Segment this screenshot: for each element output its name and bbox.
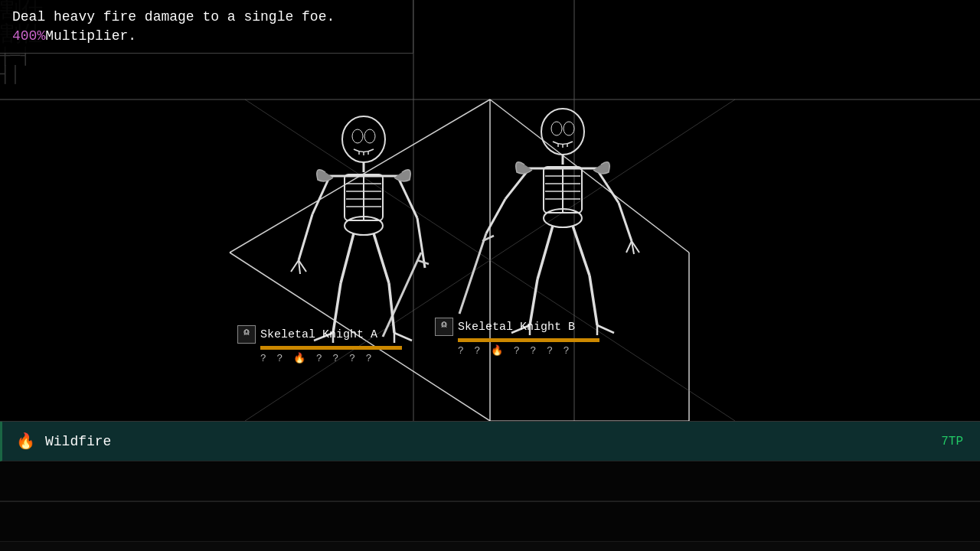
enemy-b-hp-bar (458, 338, 599, 342)
skill-description: Deal heavy fire damage to a single foe. (12, 8, 400, 27)
svg-point-45 (564, 122, 574, 135)
enemy-b-name: Skeletal Knight B (458, 321, 575, 334)
enemy-a-container: Skeletal Knight A ? ? 🔥 ? ? ? ? (237, 325, 402, 364)
svg-line-65 (626, 241, 632, 253)
multiplier-text: Multiplier. (45, 28, 136, 44)
bottom-panel: 🔥 Wildfire 7TP (0, 421, 980, 551)
skeleton-b (459, 109, 639, 335)
skill-1-cost: 7TP (941, 435, 963, 448)
skill-slot-3 (0, 502, 980, 542)
skill-1-icon: 🔥 (13, 429, 38, 454)
svg-line-26 (299, 214, 312, 260)
svg-line-57 (505, 170, 528, 199)
enemy-a-hp-fill (260, 346, 402, 350)
enemy-a-stats: ? ? 🔥 ? ? ? ? (260, 352, 374, 364)
svg-line-67 (537, 226, 553, 279)
enemy-b-hp-fill (458, 338, 599, 342)
svg-line-59 (459, 233, 486, 314)
battle-field: Skeletal Knight A ? ? 🔥 ? ? ? ? Skeletal… (0, 0, 980, 421)
svg-line-71 (573, 226, 590, 276)
enemy-b-stats: ? ? 🔥 ? ? ? ? (458, 344, 572, 357)
svg-line-27 (291, 260, 299, 272)
svg-point-12 (352, 129, 363, 143)
skill-slot-2 (0, 461, 980, 501)
skill-slot-1[interactable]: 🔥 Wildfire 7TP (0, 422, 980, 461)
svg-line-32 (383, 253, 421, 337)
svg-line-61 (597, 170, 619, 203)
enemy-a-hp-bar (260, 346, 402, 350)
svg-line-35 (341, 233, 354, 283)
svg-line-7 (490, 99, 689, 253)
top-panel: Deal heavy fire damage to a single foe. … (0, 0, 413, 54)
svg-line-30 (398, 178, 417, 218)
svg-line-58 (486, 199, 505, 233)
svg-line-39 (374, 233, 389, 283)
enemy-b-icon (435, 318, 453, 336)
enemy-b-container: Skeletal Knight B ? ? 🔥 ? ? ? ? (435, 318, 599, 357)
game-container: Skeletal Knight A ? ? 🔥 ? ? ? ? Skeletal… (0, 0, 980, 551)
svg-line-62 (619, 203, 632, 241)
enemy-a-icon (237, 325, 256, 344)
skeleton-a (291, 116, 429, 343)
enemy-a-name: Skeletal Knight A (260, 328, 377, 341)
skill-1-name: Wildfire (45, 434, 933, 449)
skill-multiplier: 400%Multiplier. (12, 28, 400, 44)
svg-point-44 (551, 122, 562, 135)
multiplier-value: 400% (12, 28, 45, 44)
svg-point-13 (364, 129, 375, 143)
battle-svg (0, 0, 980, 421)
